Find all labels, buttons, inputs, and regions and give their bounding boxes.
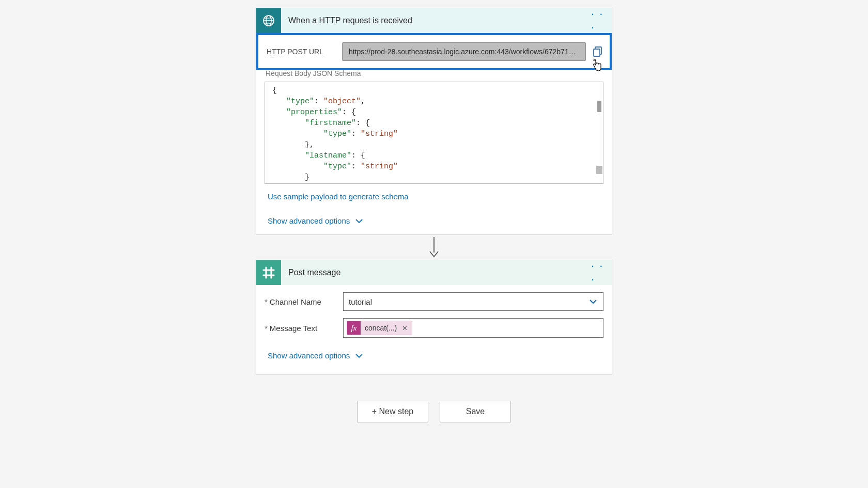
json-schema-content: { "type": "object", "properties": { "fir… [272, 85, 591, 183]
expression-token[interactable]: fx concat(...) ✕ [347, 321, 412, 335]
http-trigger-title: When a HTTP request is received [281, 16, 591, 25]
channel-name-label: *Channel Name [265, 297, 337, 306]
scrollbar-thumb[interactable] [597, 101, 601, 112]
http-trigger-more-icon[interactable]: · · · [591, 7, 612, 34]
use-sample-payload-label: Use sample payload to generate schema [268, 192, 409, 201]
http-trigger-card: When a HTTP request is received · · · HT… [256, 8, 612, 235]
expression-token-label: concat(...) [361, 324, 401, 332]
arrow-down-icon [428, 237, 440, 258]
http-globe-icon [256, 8, 281, 33]
http-post-url-label: HTTP POST URL [265, 48, 337, 56]
post-message-more-icon[interactable]: · · · [591, 259, 612, 286]
copy-icon [592, 46, 603, 57]
json-schema-editor[interactable]: { "type": "object", "properties": { "fir… [265, 82, 603, 184]
schema-label: Request Body JSON Schema [256, 69, 612, 77]
new-step-button[interactable]: + New step [357, 401, 428, 422]
post-message-title: Post message [281, 268, 591, 277]
chevron-down-icon [355, 217, 363, 225]
channel-name-select[interactable]: tutorial [343, 292, 603, 311]
slack-show-advanced-label: Show advanced options [268, 351, 350, 360]
channel-name-row: *Channel Name tutorial [256, 285, 612, 314]
use-sample-payload-link[interactable]: Use sample payload to generate schema [256, 189, 612, 209]
remove-token-button[interactable]: ✕ [401, 324, 412, 332]
message-text-input[interactable]: fx concat(...) ✕ [343, 318, 603, 338]
flow-arrow [428, 235, 440, 260]
slack-icon [256, 260, 281, 285]
message-text-label: *Message Text [265, 324, 337, 333]
resize-grip[interactable] [596, 166, 602, 174]
http-post-url-row: HTTP POST URL https://prod-28.southeasta… [256, 33, 612, 70]
post-message-card: Post message · · · *Channel Name tutoria… [256, 260, 612, 375]
channel-name-value: tutorial [349, 297, 372, 306]
message-text-row: *Message Text fx concat(...) ✕ [256, 314, 612, 341]
http-show-advanced-label: Show advanced options [268, 216, 350, 225]
post-message-header[interactable]: Post message · · · [256, 260, 612, 285]
fx-icon: fx [347, 321, 361, 335]
footer-actions: + New step Save [357, 401, 511, 422]
copy-url-button[interactable] [591, 45, 605, 58]
http-post-url-value[interactable]: https://prod-28.southeastasia.logic.azur… [342, 42, 586, 61]
chevron-down-icon [355, 352, 363, 360]
chevron-down-icon [588, 297, 598, 306]
slack-show-advanced-link[interactable]: Show advanced options [256, 341, 612, 369]
http-trigger-header[interactable]: When a HTTP request is received · · · [256, 8, 612, 33]
svg-rect-6 [594, 49, 600, 56]
http-show-advanced-link[interactable]: Show advanced options [256, 209, 612, 234]
save-button[interactable]: Save [440, 401, 511, 422]
